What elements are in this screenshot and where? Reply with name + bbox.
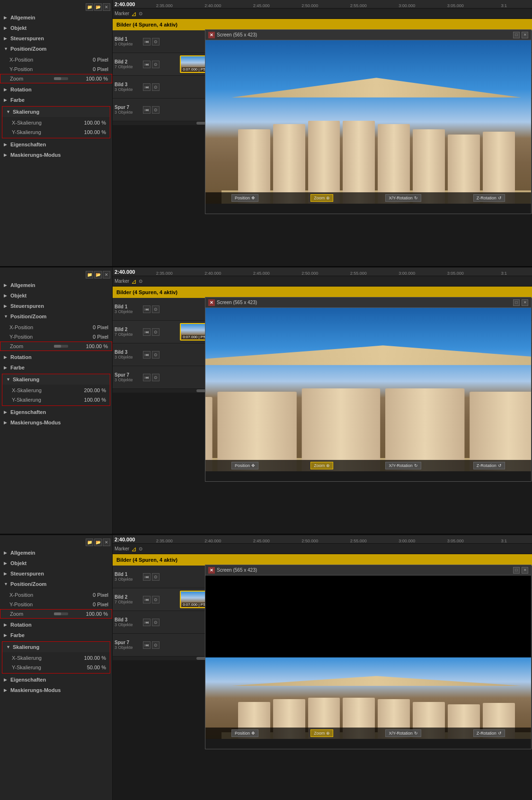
position-btn-2[interactable]: Position ✥: [231, 462, 258, 469]
prev-btn-bild2-1[interactable]: ⏮: [143, 61, 151, 68]
sync-btn-2[interactable]: ⊙: [139, 279, 142, 284]
zoom-slider-1[interactable]: [54, 77, 68, 80]
close-panel-icon-2[interactable]: ✕: [103, 271, 110, 279]
section-maskierungs-1[interactable]: Maskierungs-Modus: [0, 150, 112, 160]
sync-btn-bild1-2[interactable]: ⊙: [152, 306, 160, 313]
section-farbe-1[interactable]: Farbe: [0, 95, 112, 105]
marker-label-2: Marker: [115, 279, 129, 284]
zoom-label-3: Zoom: [10, 611, 54, 617]
sync-btn-bild1-3[interactable]: ⊙: [152, 573, 160, 581]
xyrot-btn-3[interactable]: X/Y-Rotation ↻: [385, 729, 421, 737]
sync-btn-bild3-1[interactable]: ⊙: [152, 83, 160, 91]
preview-maximize-btn-2[interactable]: □: [513, 299, 520, 306]
position-btn-1[interactable]: Position ✥: [231, 194, 258, 202]
prev-btn-bild1-1[interactable]: ⏮: [143, 38, 151, 45]
zoom-row-1[interactable]: Zoom 100.00 %: [0, 74, 112, 83]
zoom-slider-2[interactable]: [54, 345, 68, 348]
sync-btn-bild2-3[interactable]: ⊙: [152, 596, 160, 603]
prev-btn-bild1-3[interactable]: ⏮: [143, 573, 151, 581]
folder-icon-1[interactable]: 📁: [86, 3, 93, 11]
folder2-icon-1[interactable]: 📂: [94, 3, 102, 11]
prev-btn-bild3-1[interactable]: ⏮: [143, 83, 151, 91]
preview-content-3: Position ✥ Zoom ⊕ X/Y-Rotation ↻ Z-Rotat…: [205, 575, 531, 739]
prev-btn-bild3-2[interactable]: ⏮: [143, 351, 151, 359]
preview-close-icon-1[interactable]: ✕: [208, 32, 215, 38]
arrow-positionzoom-2: [4, 314, 9, 319]
section-positionzoom-3[interactable]: Position/Zoom: [0, 579, 112, 589]
sync-btn-1[interactable]: ⊙: [139, 11, 142, 16]
section-steuerspuren-2[interactable]: Steuerspuren: [0, 301, 112, 311]
close-panel-icon-1[interactable]: ✕: [103, 3, 110, 11]
zoom-tool-icon-3: ⊕: [326, 731, 330, 736]
section-rotation-1[interactable]: Rotation: [0, 84, 112, 95]
preview-maximize-btn-3[interactable]: □: [513, 567, 520, 574]
preview-x-btn-2[interactable]: ✕: [522, 299, 528, 306]
zoom-tool-btn-1[interactable]: Zoom ⊕: [310, 194, 333, 202]
sync-btn-bild2-2[interactable]: ⊙: [152, 328, 160, 336]
xyrot-btn-1[interactable]: X/Y-Rotation ↻: [385, 194, 421, 202]
section-positionzoom-2[interactable]: Position/Zoom: [0, 311, 112, 322]
section-skalierung-header-1[interactable]: Skalierung: [2, 107, 110, 117]
preview-close-icon-3[interactable]: ✕: [208, 567, 215, 574]
prev-btn-spur7-1[interactable]: ⏮: [143, 106, 151, 114]
zrot-btn-3[interactable]: Z-Rotation ↺: [473, 729, 505, 737]
sync-btn-3[interactable]: ⊙: [139, 546, 142, 551]
sync-btn-bild3-2[interactable]: ⊙: [152, 351, 160, 359]
sync-btn-spur7-2[interactable]: ⊙: [152, 374, 160, 381]
zoom-row-3[interactable]: Zoom 100.00 %: [0, 609, 112, 619]
section-rotation-3[interactable]: Rotation: [0, 620, 112, 630]
section-positionzoom-1[interactable]: Position/Zoom: [0, 44, 112, 54]
section-rotation-2[interactable]: Rotation: [0, 352, 112, 362]
sync-btn-bild2-1[interactable]: ⊙: [152, 61, 160, 68]
sync-btn-bild1-1[interactable]: ⊙: [152, 38, 160, 45]
sync-btn-spur7-3[interactable]: ⊙: [152, 641, 160, 649]
section-allgemein-3[interactable]: Allgemein: [0, 548, 112, 558]
folder2-icon-3[interactable]: 📂: [94, 539, 102, 546]
xskalierung-value-1: 100.00 %: [68, 120, 106, 126]
section-farbe-3[interactable]: Farbe: [0, 630, 112, 640]
zoom-tool-btn-2[interactable]: Zoom ⊕: [310, 462, 333, 469]
track-ctrl-bild2-2: ⏮ ⊙: [141, 328, 161, 336]
prev-btn-bild3-3[interactable]: ⏮: [143, 619, 151, 626]
prev-btn-spur7-2[interactable]: ⏮: [143, 374, 151, 381]
section-allgemein-2[interactable]: Allgemein: [0, 280, 112, 290]
section-objekt-3[interactable]: Objekt: [0, 558, 112, 568]
preview-maximize-btn-1[interactable]: □: [513, 32, 520, 38]
panel-row-2: 📁 📂 ✕ Allgemein Objekt Steuerspuren Posi…: [0, 268, 532, 534]
prev-btn-bild2-2[interactable]: ⏮: [143, 328, 151, 336]
section-objekt-2[interactable]: Objekt: [0, 290, 112, 301]
section-allgemein-1[interactable]: Allgemein: [0, 12, 112, 23]
xyrot-icon-3: ↻: [414, 731, 418, 736]
prev-btn-bild2-3[interactable]: ⏮: [143, 596, 151, 603]
zrot-btn-2[interactable]: Z-Rotation ↺: [473, 462, 505, 469]
prev-btn-spur7-3[interactable]: ⏮: [143, 641, 151, 649]
section-maskierungs-3[interactable]: Maskierungs-Modus: [0, 685, 112, 695]
close-panel-icon-3[interactable]: ✕: [103, 539, 110, 546]
zrot-btn-1[interactable]: Z-Rotation ↺: [473, 194, 505, 202]
position-btn-3[interactable]: Position ✥: [231, 729, 258, 737]
section-steuerspuren-3[interactable]: Steuerspuren: [0, 568, 112, 579]
sync-btn-bild3-3[interactable]: ⊙: [152, 619, 160, 626]
preview-close-icon-2[interactable]: ✕: [208, 299, 215, 306]
folder-icon-2[interactable]: 📁: [86, 271, 93, 279]
track-sub-bild1-2: 3 Objekte: [115, 309, 139, 314]
section-eigenschaften-2[interactable]: Eigenschaften: [0, 407, 112, 417]
section-skalierung-header-2[interactable]: Skalierung: [2, 374, 110, 385]
sync-btn-spur7-1[interactable]: ⊙: [152, 106, 160, 114]
zoom-tool-btn-3[interactable]: Zoom ⊕: [310, 729, 333, 737]
section-eigenschaften-1[interactable]: Eigenschaften: [0, 139, 112, 150]
section-maskierungs-2[interactable]: Maskierungs-Modus: [0, 417, 112, 428]
prev-btn-bild1-2[interactable]: ⏮: [143, 306, 151, 313]
section-eigenschaften-3[interactable]: Eigenschaften: [0, 674, 112, 685]
preview-x-btn-3[interactable]: ✕: [522, 567, 528, 574]
section-objekt-1[interactable]: Objekt: [0, 23, 112, 33]
preview-x-btn-1[interactable]: ✕: [522, 32, 528, 38]
xyrot-btn-2[interactable]: X/Y-Rotation ↻: [385, 462, 421, 469]
zoom-slider-3[interactable]: [54, 612, 68, 615]
folder2-icon-2[interactable]: 📂: [94, 271, 102, 279]
folder-icon-3[interactable]: 📁: [86, 539, 93, 546]
zoom-row-2[interactable]: Zoom 100.00 %: [0, 342, 112, 351]
section-skalierung-header-3[interactable]: Skalierung: [2, 642, 110, 652]
section-steuerspuren-1[interactable]: Steuerspuren: [0, 33, 112, 44]
section-farbe-2[interactable]: Farbe: [0, 362, 112, 373]
